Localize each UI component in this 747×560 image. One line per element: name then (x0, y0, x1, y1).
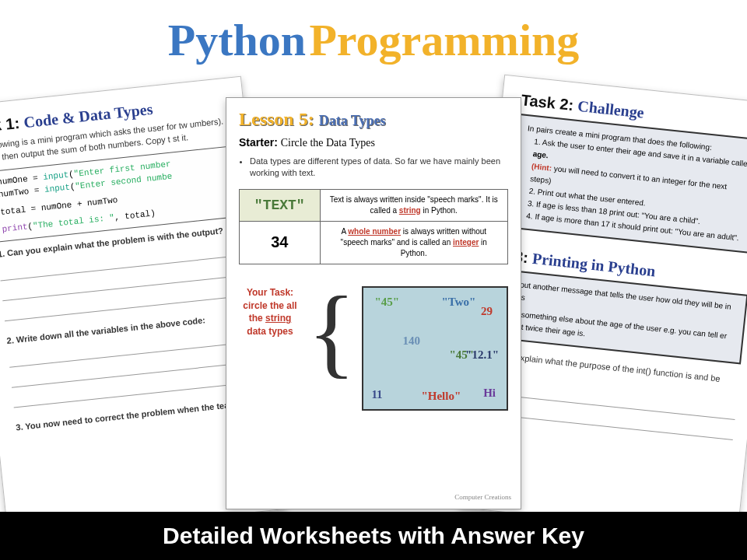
circle-task: Your Task: circle the all the string dat… (239, 286, 508, 411)
title-word1: Python (168, 15, 306, 65)
worksheet-stage: sk 1: Code & Data Types following is a m… (0, 82, 747, 513)
starter-heading: Starter: Circle the Data Types (239, 136, 508, 149)
bracket-icon: { (307, 286, 356, 377)
challenge-box: In pairs create a mini program that does… (508, 114, 747, 254)
text-cell: "TEXT" (240, 189, 321, 221)
task-label: Your Task: circle the all the string dat… (239, 286, 301, 338)
num-cell: 34 (240, 221, 321, 264)
num-desc: A whole number is always written without… (320, 221, 508, 264)
footer-bar: Detailed Worksheets with Answer Key (0, 512, 747, 560)
data-cloud: "45" "Two" 29 140 "45" "12.1" 11 "Hello"… (362, 286, 508, 411)
logo: Computer Creations (454, 493, 511, 501)
datatype-table: "TEXT" Text is always written inside "sp… (239, 189, 508, 264)
text-desc: Text is always written inside "speech ma… (320, 189, 508, 221)
title-header: Python Programming (0, 0, 747, 72)
worksheet-center: Lesson 5: Data Types Starter: Circle the… (226, 97, 521, 509)
title-word2: Programming (309, 15, 579, 65)
lesson-title: Lesson 5: Data Types (239, 109, 508, 130)
starter-bullet: Data types are different types of data. … (250, 156, 508, 180)
